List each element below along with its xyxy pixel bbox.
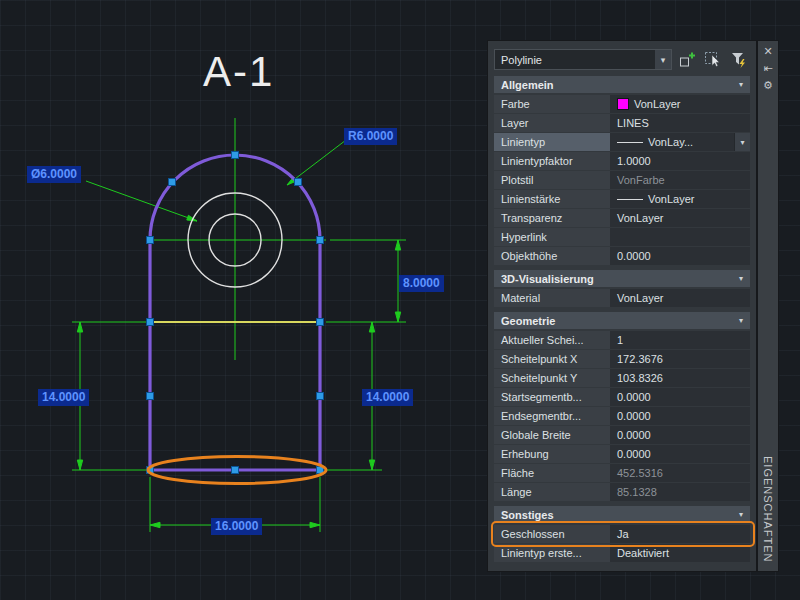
chevron-collapse-icon[interactable]: ▾ (739, 510, 743, 519)
left-height-dim-label[interactable]: 14.0000 (38, 389, 89, 406)
property-label: Linienstärke (494, 190, 610, 208)
diameter-dim-label[interactable]: Ø6.0000 (27, 166, 81, 183)
object-type-value: Polylinie (495, 54, 654, 66)
palette-title-vertical: EIGENSCHAFTEN (762, 456, 774, 563)
property-value: VonFarbe (610, 171, 750, 189)
select-objects-icon (704, 51, 722, 69)
row-scheitelpunkt-y: Scheitelpunkt Y 103.8326 (494, 369, 750, 387)
section-header-3d-visualisierung[interactable]: 3D-Visualisierung ▾ (494, 270, 750, 287)
properties-palette: Polylinie ▾ (487, 40, 757, 572)
property-value[interactable]: VonLay... ▾ (610, 133, 750, 151)
chevron-down-icon[interactable]: ▾ (734, 133, 750, 151)
property-value[interactable]: LINES (610, 114, 750, 132)
row-hyperlink: Hyperlink (494, 228, 750, 246)
property-label: Startsegmentb... (494, 388, 610, 406)
row-geschlossen: Geschlossen Ja (494, 525, 750, 543)
row-linientyp: Linientyp VonLay... ▾ (494, 133, 750, 151)
property-label: Globale Breite (494, 426, 610, 444)
property-value-text: VonLayer (648, 193, 694, 205)
property-label: Linientyp (494, 133, 610, 151)
quick-select-icon (730, 51, 748, 69)
property-label: Linientypfaktor (494, 152, 610, 170)
pickadd-icon (678, 51, 696, 69)
property-label: Endsegmentbr... (494, 407, 610, 425)
property-label: Transparenz (494, 209, 610, 227)
property-label: Aktueller Schei... (494, 331, 610, 349)
property-label: Fläche (494, 464, 610, 482)
row-scheitelpunkt-x: Scheitelpunkt X 172.3676 (494, 350, 750, 368)
quick-select-button[interactable] (727, 49, 750, 70)
row-material: Material VonLayer (494, 289, 750, 307)
property-label: Plotstil (494, 171, 610, 189)
property-value[interactable]: 0.0000 (610, 247, 750, 265)
row-laenge: Länge 85.1328 (494, 483, 750, 501)
property-label: Layer (494, 114, 610, 132)
row-transparenz: Transparenz VonLayer (494, 209, 750, 227)
radius-dim-label[interactable]: R6.0000 (344, 128, 397, 145)
property-label: Objekthöhe (494, 247, 610, 265)
property-value[interactable]: Ja (610, 525, 750, 543)
row-farbe: Farbe VonLayer (494, 95, 750, 113)
autohide-pin-icon[interactable]: ⇤ (758, 61, 778, 75)
upper-height-dim-label[interactable]: 8.0000 (399, 275, 444, 292)
right-height-dim-label[interactable]: 14.0000 (362, 389, 413, 406)
lineweight-sample (617, 199, 643, 200)
chevron-down-icon[interactable]: ▾ (654, 50, 671, 69)
property-label: Material (494, 289, 610, 307)
chevron-collapse-icon[interactable]: ▾ (739, 316, 743, 325)
pickadd-toggle-button[interactable] (675, 49, 698, 70)
object-type-dropdown[interactable]: Polylinie ▾ (494, 49, 672, 70)
close-icon[interactable]: ✕ (758, 44, 778, 58)
row-aktueller-scheitelpunkt: Aktueller Schei... 1 (494, 331, 750, 349)
property-label: Linientyp erste... (494, 544, 610, 562)
property-label: Scheitelpunkt X (494, 350, 610, 368)
property-label: Erhebung (494, 445, 610, 463)
row-layer: Layer LINES (494, 114, 750, 132)
linetype-sample (617, 142, 643, 143)
property-value: 85.1328 (610, 483, 750, 501)
section-header-sonstiges[interactable]: Sonstiges ▾ (494, 506, 750, 523)
property-value[interactable] (610, 228, 750, 246)
row-objekthoehe: Objekthöhe 0.0000 (494, 247, 750, 265)
property-label: Geschlossen (494, 525, 610, 543)
property-value-text: VonLay... (648, 136, 693, 148)
property-value[interactable]: 103.8326 (610, 369, 750, 387)
object-selector-row: Polylinie ▾ (494, 49, 750, 70)
drawing-title-text[interactable]: A-1 (203, 48, 274, 96)
property-label: Länge (494, 483, 610, 501)
select-objects-button[interactable] (701, 49, 724, 70)
row-flaeche: Fläche 452.5316 (494, 464, 750, 482)
property-value[interactable]: 0.0000 (610, 426, 750, 444)
property-value[interactable]: 172.3676 (610, 350, 750, 368)
section-title: Sonstiges (501, 509, 554, 521)
property-value[interactable]: 0.0000 (610, 407, 750, 425)
row-linienstaerke: Linienstärke VonLayer (494, 190, 750, 208)
section-title: Allgemein (501, 79, 554, 91)
property-value[interactable]: Deaktiviert (610, 544, 750, 562)
bottom-width-dim-label[interactable]: 16.0000 (211, 518, 262, 535)
property-value[interactable]: VonLayer (610, 209, 750, 227)
section-header-allgemein[interactable]: Allgemein ▾ (494, 76, 750, 93)
autocad-model-space[interactable]: A-1 R6.0000 Ø6.0000 8.0000 14.0000 14.00… (0, 0, 800, 600)
row-endsegmentbreite: Endsegmentbr... 0.0000 (494, 407, 750, 425)
row-startsegmentbreite: Startsegmentb... 0.0000 (494, 388, 750, 406)
property-value[interactable]: VonLayer (610, 190, 750, 208)
section-title: Geometrie (501, 315, 555, 327)
property-value[interactable]: 0.0000 (610, 445, 750, 463)
chevron-collapse-icon[interactable]: ▾ (739, 274, 743, 283)
row-plotstil: Plotstil VonFarbe (494, 171, 750, 189)
property-value[interactable]: VonLayer (610, 289, 750, 307)
chevron-collapse-icon[interactable]: ▾ (739, 80, 743, 89)
property-label: Farbe (494, 95, 610, 113)
row-linientypfaktor: Linientypfaktor 1.0000 (494, 152, 750, 170)
property-value[interactable]: 1.0000 (610, 152, 750, 170)
property-value[interactable]: 0.0000 (610, 388, 750, 406)
property-value[interactable]: 1 (610, 331, 750, 349)
property-value-text: VonLayer (634, 98, 680, 110)
section-header-geometrie[interactable]: Geometrie ▾ (494, 312, 750, 329)
property-value[interactable]: VonLayer (610, 95, 750, 113)
row-globale-breite: Globale Breite 0.0000 (494, 426, 750, 444)
palette-titlebar[interactable]: ✕ ⇤ ⚙ EIGENSCHAFTEN (757, 40, 779, 572)
settings-gear-icon[interactable]: ⚙ (758, 78, 778, 92)
row-linientyp-erstellen: Linientyp erste... Deaktiviert (494, 544, 750, 562)
